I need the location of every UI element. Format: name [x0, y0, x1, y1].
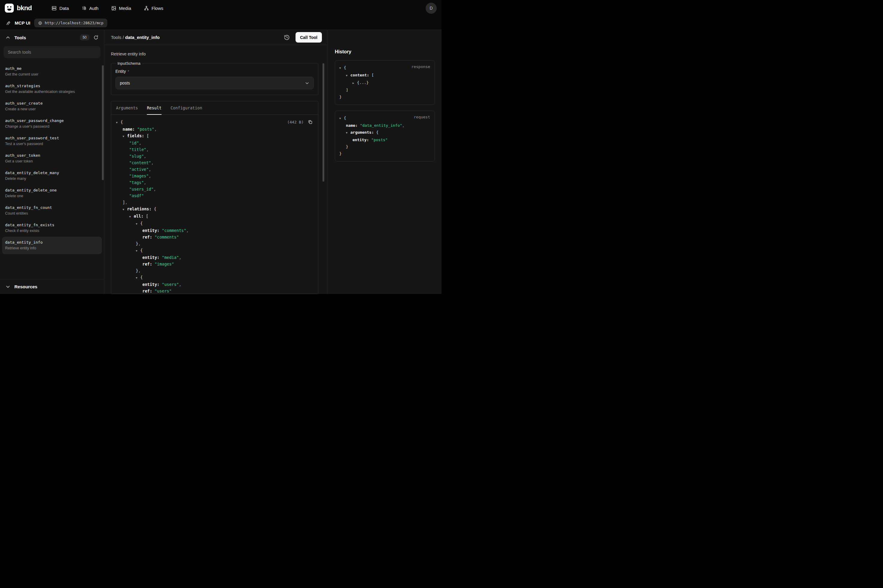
- result-size-label: (442 B): [287, 120, 304, 124]
- required-marker: *: [128, 69, 129, 74]
- tools-sidebar: Tools 50 auth_me Get the current user: [0, 30, 104, 294]
- json-line: }: [339, 93, 430, 100]
- history-title: History: [335, 49, 435, 54]
- brand-name: bknd: [17, 4, 32, 12]
- tool-list-item[interactable]: auth_user_password_change Change a user'…: [2, 115, 102, 132]
- result-json-viewer: (442 B) ▼{name: "posts",▼fields: ["id","…: [111, 115, 318, 294]
- json-line[interactable]: ▼{: [116, 274, 313, 281]
- refresh-icon: [93, 35, 98, 40]
- avatar-initial: D: [430, 6, 433, 10]
- tool-list-item[interactable]: auth_user_create Create a new user: [2, 98, 102, 115]
- tool-name: auth_user_password_test: [5, 136, 99, 140]
- tab-arguments[interactable]: Arguments: [116, 101, 138, 114]
- tool-list-item[interactable]: data_entity_delete_one Delete one: [2, 184, 102, 202]
- json-line[interactable]: ▼fields: [: [116, 132, 313, 140]
- tool-search-input[interactable]: [4, 46, 100, 58]
- tab-configuration[interactable]: Configuration: [171, 101, 202, 114]
- collapse-arrow-icon[interactable]: ▼: [346, 72, 350, 79]
- json-line: "title",: [116, 146, 313, 153]
- breadcrumb-root[interactable]: Tools: [111, 35, 121, 40]
- input-schema-fieldset: InputSchema Entity * posts: [111, 61, 318, 95]
- collapse-arrow-icon[interactable]: ▼: [339, 65, 344, 72]
- history-entry-request[interactable]: request ▼{name: "data_entity_info",▼argu…: [335, 111, 435, 162]
- endpoint-url: http://localhost:28623/mcp: [45, 21, 103, 25]
- tool-list-item[interactable]: data_entity_fn_exists Check if entity ex…: [2, 219, 102, 237]
- chevron-up-icon[interactable]: [5, 34, 11, 41]
- sidebar-scrollbar[interactable]: [102, 65, 104, 180]
- json-line[interactable]: ▼{: [116, 220, 313, 227]
- tool-detail-description: Retrieve entity info: [111, 51, 318, 56]
- tab-result[interactable]: Result: [147, 101, 162, 114]
- nav-item-flows[interactable]: Flows: [140, 3, 168, 13]
- main-scrollbar[interactable]: [322, 63, 324, 182]
- tool-list-item[interactable]: auth_me Get the current user: [2, 63, 102, 80]
- call-tool-button[interactable]: Call Tool: [295, 32, 322, 42]
- history-clock-icon: [284, 34, 290, 40]
- nav-item-label: Data: [59, 6, 69, 11]
- tool-description: Retrieve entity info: [5, 246, 99, 250]
- collapse-arrow-icon[interactable]: ▼: [129, 213, 134, 220]
- collapse-arrow-icon[interactable]: ▼: [136, 220, 140, 227]
- collapse-arrow-icon[interactable]: ▼: [339, 115, 344, 122]
- json-line: },: [116, 240, 313, 247]
- tool-description: Delete one: [5, 194, 99, 198]
- collapse-arrow-icon[interactable]: ▼: [136, 274, 140, 281]
- tool-list-item[interactable]: data_entity_delete_many Delete many: [2, 167, 102, 184]
- tool-list-item[interactable]: auth_user_password_test Test a user's pa…: [2, 132, 102, 150]
- tools-count-badge: 50: [80, 34, 89, 40]
- brand[interactable]: bknd: [5, 4, 32, 13]
- json-line: ref: "users": [116, 288, 313, 294]
- nav-item-data[interactable]: Data: [47, 3, 73, 13]
- user-avatar[interactable]: D: [426, 3, 437, 14]
- json-line[interactable]: ▼content: [: [339, 72, 430, 79]
- json-line: "id",: [116, 140, 313, 146]
- json-line[interactable]: ▼arguments: {: [339, 129, 430, 136]
- tool-name: auth_user_create: [5, 101, 99, 105]
- collapse-arrow-icon[interactable]: ▼: [136, 248, 140, 254]
- collapse-arrow-icon[interactable]: ▼: [346, 129, 350, 136]
- json-line: "images",: [116, 172, 313, 179]
- tool-list-item[interactable]: data_entity_fn_count Count entities: [2, 202, 102, 219]
- history-toggle-button[interactable]: [283, 34, 291, 41]
- tool-search: [0, 45, 104, 61]
- refresh-tools-button[interactable]: [93, 34, 99, 41]
- nav-item-auth[interactable]: Auth: [77, 3, 103, 13]
- json-line[interactable]: ▼relations: {: [116, 206, 313, 213]
- nav-item-label: Auth: [89, 6, 99, 11]
- entity-select[interactable]: posts: [115, 77, 314, 89]
- entity-select-value: posts: [120, 81, 130, 86]
- collapse-arrow-icon[interactable]: ▼: [116, 119, 120, 126]
- tool-list-item[interactable]: data_entity_info Retrieve entity info: [2, 237, 102, 254]
- tool-description: Delete many: [5, 177, 99, 181]
- tool-name: data_entity_info: [5, 240, 99, 244]
- json-line: "asdf": [116, 192, 313, 199]
- copy-result-button[interactable]: [307, 118, 313, 125]
- resources-section-toggle[interactable]: Resources: [0, 279, 104, 294]
- bknd-logo-icon: [5, 4, 14, 13]
- tool-name: data_entity_fn_count: [5, 205, 99, 210]
- json-line[interactable]: ▼{: [116, 247, 313, 254]
- breadcrumb: Tools / data_entity_info: [111, 35, 160, 40]
- json-line: ref: "comments": [116, 234, 313, 240]
- result-meta: (442 B): [287, 118, 313, 125]
- collapse-arrow-icon[interactable]: ▼: [123, 206, 127, 213]
- tool-name: auth_user_token: [5, 153, 99, 158]
- database-icon: [51, 6, 57, 11]
- json-line: entity: "media",: [116, 254, 313, 261]
- expand-arrow-icon[interactable]: ▶: [352, 80, 357, 87]
- history-entry-response[interactable]: response ▼{▼content: [▶{...}]}: [335, 60, 435, 105]
- endpoint-url-pill[interactable]: http://localhost:28623/mcp: [34, 19, 107, 27]
- nav-item-media[interactable]: Media: [107, 3, 135, 13]
- tool-list-item[interactable]: auth_user_token Get a user token: [2, 150, 102, 167]
- breadcrumb-separator: /: [123, 35, 124, 40]
- result-tabs-container: Arguments Result Configuration (442 B): [111, 101, 318, 294]
- nav-item-label: Flows: [151, 6, 163, 11]
- json-line[interactable]: ▶{...}: [339, 79, 430, 87]
- tool-list-item[interactable]: auth_strategies Get the available authen…: [2, 80, 102, 98]
- collapse-arrow-icon[interactable]: ▼: [123, 133, 127, 140]
- json-line[interactable]: ▼{: [116, 118, 313, 126]
- content-row: Tools 50 auth_me Get the current user: [0, 30, 442, 294]
- tool-name: auth_user_password_change: [5, 118, 99, 123]
- tool-detail-body: Retrieve entity info InputSchema Entity …: [104, 45, 327, 294]
- json-line[interactable]: ▼all: [: [116, 213, 313, 220]
